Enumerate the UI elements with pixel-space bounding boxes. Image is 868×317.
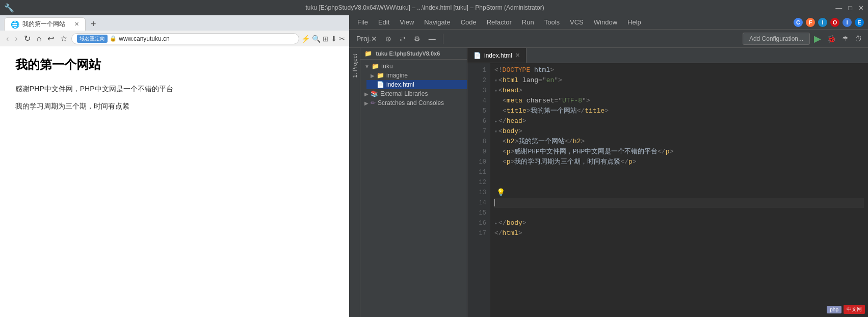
title-bar-left: 🔧 — [4, 3, 14, 13]
page-heading: 我的第一个网站 — [15, 57, 334, 73]
fold-icon-7[interactable]: ▾ — [494, 128, 497, 136]
lightbulb-icon[interactable]: 💡 — [496, 188, 505, 198]
tree-item-imagine[interactable]: ▶ 📁 imagine — [366, 71, 467, 80]
php-badge: php — [827, 306, 841, 313]
maximize-button[interactable]: □ — [848, 4, 852, 12]
menu-help[interactable]: Help — [623, 17, 645, 27]
forward-button[interactable]: › — [13, 33, 19, 44]
menu-edit[interactable]: Edit — [374, 17, 393, 27]
back-button[interactable]: ‹ — [4, 33, 11, 44]
browser3-icon[interactable]: I — [818, 18, 827, 27]
menu-code[interactable]: Code — [457, 17, 481, 27]
code-line-1: <!DOCTYPE html> — [494, 65, 864, 75]
text-cursor — [494, 199, 495, 206]
code-content[interactable]: <!DOCTYPE html> ▾<html lang="en"> ▾<head… — [490, 63, 868, 317]
browser-tab[interactable]: 🌐 我的第一个网站 ✕ — [4, 17, 86, 31]
fold-icon-6[interactable]: ▸ — [494, 118, 497, 125]
menu-run[interactable]: Run — [518, 17, 538, 27]
folder-icon: 📁 — [377, 72, 384, 79]
address-bar[interactable]: 域名重定向 🔒 — [71, 33, 299, 44]
code-line-4: <meta charset="UTF-8"> — [494, 96, 864, 106]
download-button[interactable]: ⬇ — [331, 35, 337, 43]
profile-button[interactable]: ⏱ — [853, 33, 864, 45]
project-dropdown[interactable]: Proj.✕ — [353, 33, 380, 45]
run-config-button[interactable]: Add Configuration... — [743, 33, 810, 45]
redirect-badge: 域名重定向 — [77, 35, 108, 43]
menu-file[interactable]: File — [353, 17, 372, 27]
code-line-10: <p>我的学习周期为三个期，时间有点紧</p> — [494, 157, 864, 167]
address-input[interactable] — [119, 35, 294, 42]
edge-icon[interactable]: E — [855, 18, 864, 27]
chinese-badge: 中文网 — [844, 305, 865, 314]
editor-tab-close-icon[interactable]: ✕ — [515, 52, 520, 59]
title-bar: 🔧 tuku [E:\phpStudyV8.0x64\WWW\tuku] – .… — [0, 0, 868, 15]
project-tree-header: 📁 tuku E:\phpStudyV8.0x6 — [360, 48, 467, 60]
editor-tabs: 📄 index.html ✕ — [467, 48, 868, 63]
menu-tools[interactable]: Tools — [540, 17, 564, 27]
search-button[interactable]: 🔍 — [312, 35, 321, 43]
menu-button[interactable]: ✂ — [339, 35, 345, 43]
sync-icon[interactable]: ⇄ — [397, 33, 409, 45]
menu-refactor[interactable]: Refactor — [483, 17, 516, 27]
debug-button[interactable]: 🐞 — [825, 33, 838, 45]
tree-item-label: index.html — [386, 81, 414, 88]
line-num-11: 11 — [467, 167, 486, 177]
tree-item-tuku[interactable]: ▼ 📁 tuku — [360, 62, 467, 71]
line-num-17: 17 — [467, 228, 486, 239]
settings-icon[interactable]: ⚙ — [411, 33, 424, 45]
line-num-14: 14 — [467, 198, 486, 208]
firefox-icon[interactable]: F — [806, 18, 815, 27]
ide-toolbar: Proj.✕ ⊕ ⇄ ⚙ — Add Configuration... ▶ 🐞 … — [349, 30, 868, 48]
menu-view[interactable]: View — [396, 17, 418, 27]
menu-window[interactable]: Window — [590, 17, 621, 27]
apps-button[interactable]: ⊞ — [323, 35, 329, 43]
line-num-6: 6 — [467, 116, 486, 126]
line-num-1: 1 — [467, 65, 486, 75]
code-editor[interactable]: 1 2 3 4 5 6 7 8 9 10 11 12 13 — [467, 63, 868, 317]
browser5-icon[interactable]: I — [843, 18, 852, 27]
browser-panel: 🌐 我的第一个网站 ✕ + ‹ › ↻ ⌂ ↩ ☆ 域名重定向 🔒 — [0, 15, 349, 317]
minimize-button[interactable]: — — [835, 4, 842, 12]
lightning-button[interactable]: ⚡ — [301, 35, 310, 43]
project-tab-label[interactable]: 1: Project — [351, 50, 359, 82]
code-line-14[interactable] — [494, 198, 864, 208]
fold-icon-2[interactable]: ▾ — [494, 77, 497, 85]
menu-navigate[interactable]: Navigate — [420, 17, 454, 27]
new-tab-button[interactable]: + — [88, 18, 99, 31]
sidebar-tab-strip: 1: Project — [349, 48, 360, 317]
chrome-icon[interactable]: C — [794, 18, 803, 27]
toolbar-separator-1 — [443, 34, 443, 44]
line-num-15: 15 — [467, 208, 486, 218]
editor-tab-label: index.html — [484, 52, 512, 59]
tree-item-index-html[interactable]: 📄 index.html — [366, 80, 467, 89]
arrow-icon: ▼ — [364, 64, 370, 69]
tree-item-scratches[interactable]: ▶ ✏ Scratches and Consoles — [360, 98, 467, 108]
coverage-button[interactable]: ☂ — [840, 33, 851, 45]
collapse-icon[interactable]: — — [426, 33, 439, 45]
menu-vcs[interactable]: VCS — [566, 17, 588, 27]
code-line-6: ▸</head> — [494, 116, 864, 126]
line-numbers: 1 2 3 4 5 6 7 8 9 10 11 12 13 — [467, 63, 490, 317]
history-back-button[interactable]: ↩ — [45, 33, 56, 44]
run-button[interactable]: ▶ — [812, 31, 823, 46]
phpstorm-logo-icon: 🔧 — [4, 3, 14, 13]
code-line-2: ▾<html lang="en"> — [494, 75, 864, 86]
ide-menubar: File Edit View Navigate Code Refactor Ru… — [349, 15, 868, 30]
tree-item-external-libraries[interactable]: ▶ 📚 External Libraries — [360, 89, 467, 98]
refresh-button[interactable]: ↻ — [22, 33, 33, 44]
history-forward-button[interactable]: ☆ — [58, 33, 69, 44]
editor-tab-index-html[interactable]: 📄 index.html ✕ — [467, 48, 527, 63]
code-line-3: ▾<head> — [494, 86, 864, 96]
browser-tab-close-icon[interactable]: ✕ — [74, 21, 79, 28]
opera-icon[interactable]: O — [830, 18, 839, 27]
fold-icon-3[interactable]: ▾ — [494, 87, 497, 95]
code-line-5: <title>我的第一个网站</title> — [494, 106, 864, 116]
project-tree-content: ▼ 📁 tuku ▶ 📁 imagine 📄 — [360, 60, 467, 317]
code-line-11 — [494, 167, 864, 177]
code-line-9: <p>感谢PHP中文件网，PHP中文网是一个不错的平台</p> — [494, 147, 864, 157]
close-button[interactable]: ✕ — [858, 4, 864, 12]
ide-panel: File Edit View Navigate Code Refactor Ru… — [349, 15, 868, 317]
home-button[interactable]: ⌂ — [35, 33, 44, 44]
add-icon[interactable]: ⊕ — [382, 33, 394, 45]
fold-icon-16[interactable]: ▸ — [494, 220, 497, 227]
